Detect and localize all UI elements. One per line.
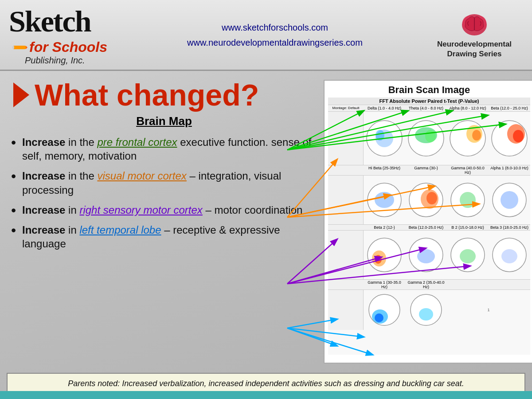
bullet4-text1: in: [68, 224, 79, 236]
main-heading: What changed?: [35, 80, 259, 110]
svg-point-30: [375, 255, 382, 264]
bullet4-link: left temporal lobe: [79, 224, 161, 236]
bullet1-text1: in the: [68, 136, 97, 148]
bottom-note-text: Parents noted: Increased verbalization, …: [68, 379, 464, 388]
header-urls: www.sketchforschools.com www.neurodevelo…: [124, 20, 426, 50]
scan-row-4: 1: [328, 290, 530, 330]
bullet2-bold: Increase: [22, 170, 65, 182]
bullet3-bold: Increase: [22, 204, 65, 216]
url1-text: www.sketchforschools.com: [124, 20, 426, 35]
svg-point-23: [426, 192, 437, 204]
main-content: What changed? Brain Map Increase in the …: [0, 71, 532, 368]
header-right: NeurodevelopmentalDrawing Series: [426, 11, 523, 59]
svg-point-25: [460, 192, 476, 208]
logo-area: Sketch for Schools Publishing, Inc.: [9, 4, 124, 66]
bullet3-text1: in: [68, 204, 79, 216]
neuro-title: NeurodevelopmentalDrawing Series: [437, 39, 512, 59]
svg-point-34: [460, 249, 476, 263]
bullet3-link: right sensory motor cortex: [79, 204, 202, 216]
brain-icon: [459, 11, 490, 39]
bullet-item-2: Increase in the visual motor cortex – in…: [13, 169, 315, 196]
svg-point-32: [417, 249, 435, 263]
bullet2-link: visual motor cortex: [97, 170, 186, 182]
svg-rect-2: [12, 46, 14, 49]
svg-point-18: [513, 130, 524, 142]
svg-rect-0: [13, 46, 26, 49]
bullet-list: Increase in the pre frontal cortex execu…: [13, 135, 315, 250]
arrow-right-icon: [13, 82, 29, 107]
logo-sketch-text: Sketch: [9, 4, 90, 39]
left-panel: What changed? Brain Map Increase in the …: [13, 80, 315, 364]
scan-row-2: [328, 176, 530, 224]
brain-scan-container: Brain Scan Image FFT Absolute Power Pair…: [324, 80, 532, 364]
scan-col-headers: Montage: Default Delta (1.0 - 4.0 Hz) Th…: [328, 105, 530, 112]
scan-row2-labels: Hi Beta (25-35Hz) Gamma (30-) Gamma (40.…: [328, 165, 530, 176]
for-schools-text: for Schools: [29, 39, 107, 55]
bullet-item-1: Increase in the pre frontal cortex execu…: [13, 135, 315, 163]
svg-point-39: [375, 313, 383, 322]
bullet-item-3: Increase in right sensory motor cortex –…: [13, 203, 315, 217]
pencil-icon: [12, 44, 27, 51]
svg-marker-1: [26, 46, 27, 49]
svg-point-36: [501, 249, 517, 263]
svg-point-27: [501, 191, 518, 209]
url2-text: www.neurodevelopmentaldrawingseries.com: [124, 35, 426, 50]
header: Sketch for Schools Publishing, Inc. www.…: [0, 0, 532, 71]
svg-point-12: [425, 130, 436, 142]
svg-point-41: [419, 308, 433, 321]
scan-fft-label: FFT Absolute Power Paired t-Test (P-Valu…: [328, 98, 530, 105]
bullet-item-4: Increase in left temporal lobe – recepti…: [13, 223, 315, 250]
bottom-bar: [0, 391, 532, 399]
scan-row4-labels: Gamma 1 (30-35.0 Hz) Gamma 2 (35.0-40.0 …: [328, 279, 530, 290]
bullet1-bold: Increase: [22, 136, 65, 148]
right-panel: Brain Scan Image FFT Absolute Power Pair…: [324, 80, 532, 364]
slide: Sketch for Schools Publishing, Inc. www.…: [0, 0, 532, 399]
scan-row-1: [328, 112, 530, 165]
svg-point-9: [376, 130, 384, 141]
brain-scan-title: Brain Scan Image: [328, 84, 530, 96]
bullet4-bold: Increase: [22, 224, 65, 236]
scan-row-3: [328, 231, 530, 279]
scan-row3-labels: Beta 2 (12-) Beta (12.0-25.0 Hz) B 2 (15…: [328, 224, 530, 231]
bullet3-text2: – motor coordination: [206, 204, 303, 216]
what-changed-section: What changed?: [13, 80, 315, 110]
bullet2-text1: in the: [68, 170, 97, 182]
brain-map-subtitle: Brain Map: [13, 114, 315, 128]
svg-point-15: [472, 130, 481, 141]
svg-point-20: [375, 192, 394, 208]
bullet1-link: pre frontal cortex: [97, 136, 177, 148]
publishing-text: Publishing, Inc.: [9, 55, 124, 66]
